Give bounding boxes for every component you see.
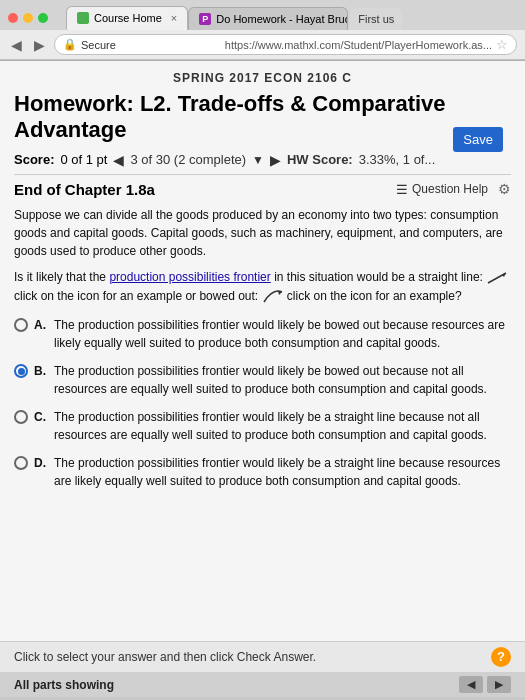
tab-icon-do-homework: P [199,13,211,25]
option-letter-a: A. [34,316,48,334]
score-value: 0 of 1 pt [60,152,107,167]
question-body: Suppose we can divide all the goods prod… [14,206,511,260]
title-bar: Course Home × P Do Homework - Hayat Bruc… [0,0,525,30]
secure-label: Secure [81,39,221,51]
save-button[interactable]: Save [453,127,503,152]
score-label: Score: [14,152,54,167]
tab-do-homework[interactable]: P Do Homework - Hayat Bruc × [188,7,348,30]
hw-header: Homework: L2. Trade-offs & Comparative A… [14,91,511,144]
bowed-line-icon [262,290,284,304]
ppf-question-part1: Is it likely that the [14,270,109,284]
options-list: A. The production possibilities frontier… [14,316,511,490]
maximize-window-btn[interactable] [38,13,48,23]
tab-label-course-home: Course Home [94,12,162,24]
radio-c[interactable] [14,410,28,424]
option-letter-d: D. [34,454,48,472]
radio-d[interactable] [14,456,28,470]
chapter-label: End of Chapter 1.8a [14,181,155,198]
option-d[interactable]: D. The production possibilities frontier… [14,454,511,490]
tab-icon-course-home [77,12,89,24]
ppf-link[interactable]: production possibilities frontier [109,270,270,284]
straight-line-icon [486,271,508,285]
parts-nav-next-btn[interactable]: ▶ [487,676,511,693]
question-help-btn[interactable]: ☰ Question Help [396,182,488,197]
chart-icon-bowed[interactable] [262,290,284,304]
minimize-window-btn[interactable] [23,13,33,23]
parts-nav-prev-btn[interactable]: ◀ [459,676,483,693]
bookmark-star-icon[interactable]: ☆ [496,37,508,52]
bottom-bar: Click to select your answer and then cli… [0,641,525,672]
chapter-tools: ☰ Question Help ⚙ [396,181,511,197]
tab-course-home[interactable]: Course Home × [66,6,188,30]
help-button[interactable]: ? [491,647,511,667]
tab-close-course-home[interactable]: × [171,12,177,24]
lock-icon: 🔒 [63,38,77,51]
close-window-btn[interactable] [8,13,18,23]
ppf-question: Is it likely that the production possibi… [14,268,511,306]
progress-text: 3 of 30 (2 complete) [130,152,246,167]
next-question-btn[interactable]: ▶ [270,152,281,168]
progress-dropdown-icon[interactable]: ▼ [252,153,264,167]
prev-question-btn[interactable]: ◀ [113,152,124,168]
all-parts-row: All parts showing ◀ ▶ [0,672,525,697]
radio-b[interactable] [14,364,28,378]
option-a[interactable]: A. The production possibilities frontier… [14,316,511,352]
tab-label-first-use: First us [358,13,394,25]
option-text-c: The production possibilities frontier wo… [54,408,511,444]
address-field[interactable]: 🔒 Secure https://www.mathxl.com/Student/… [54,34,517,55]
hw-title: Homework: L2. Trade-offs & Comparative A… [14,91,511,144]
ppf-question-part3: or bowed out: [185,289,261,303]
forward-btn[interactable]: ▶ [31,37,48,53]
option-text-b: The production possibilities frontier wo… [54,362,511,398]
address-bar: ◀ ▶ 🔒 Secure https://www.mathxl.com/Stud… [0,30,525,60]
option-letter-b: B. [34,362,48,380]
tab-label-do-homework: Do Homework - Hayat Bruc [216,13,348,25]
option-text-a: The production possibilities frontier wo… [54,316,511,352]
ppf-icon2-label: click on the icon for an example? [287,289,462,303]
ppf-question-part2: in this situation would be a straight li… [271,270,486,284]
divider-1 [14,174,511,175]
score-row: Score: 0 of 1 pt ◀ 3 of 30 (2 complete) … [14,152,511,168]
tab-first-use[interactable]: First us [350,8,402,30]
click-instructions: Click to select your answer and then cli… [14,650,316,664]
browser-chrome: Course Home × P Do Homework - Hayat Bruc… [0,0,525,61]
hw-score-label: HW Score: [287,152,353,167]
tabs-row: Course Home × P Do Homework - Hayat Bruc… [66,6,402,30]
radio-a[interactable] [14,318,28,332]
semester-label: SPRING 2017 ECON 2106 C [14,71,511,85]
option-c[interactable]: C. The production possibilities frontier… [14,408,511,444]
list-icon: ☰ [396,182,408,197]
parts-nav: ◀ ▶ [459,676,511,693]
back-btn[interactable]: ◀ [8,37,25,53]
radio-inner-b [18,368,25,375]
gear-icon[interactable]: ⚙ [498,181,511,197]
option-b[interactable]: B. The production possibilities frontier… [14,362,511,398]
address-url: https://www.mathxl.com/Student/PlayerHom… [225,39,492,51]
hw-score-value: 3.33%, 1 of... [359,152,436,167]
option-letter-c: C. [34,408,48,426]
option-text-d: The production possibilities frontier wo… [54,454,511,490]
window-controls [8,13,48,23]
chapter-row: End of Chapter 1.8a ☰ Question Help ⚙ [14,181,511,198]
question-help-label: Question Help [412,182,488,196]
page-content: SPRING 2017 ECON 2106 C Homework: L2. Tr… [0,61,525,641]
chart-icon-straight[interactable] [486,271,508,285]
ppf-icon-label: click on the icon for an example [14,289,182,303]
all-parts-label: All parts showing [14,678,114,692]
